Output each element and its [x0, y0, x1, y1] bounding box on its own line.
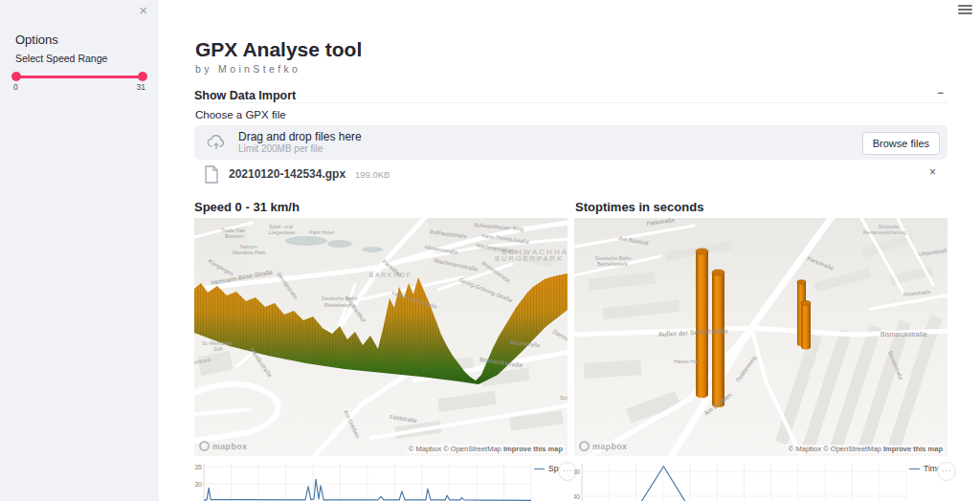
right-map-title: Stoptimes in seconds [575, 200, 703, 214]
slider-max-value: 31 [137, 82, 145, 92]
cloud-upload-icon [206, 132, 227, 157]
mapbox-logo[interactable]: mapbox [199, 441, 247, 451]
dropzone-title: Drag and drop files here [238, 130, 362, 143]
speed-line-chart: 3530 [194, 462, 534, 501]
svg-text:Deutsche Bahn: Deutsche Bahn [322, 295, 358, 301]
mapbox-logo[interactable]: mapbox [579, 441, 627, 451]
browse-files-button[interactable]: Browse files [862, 132, 940, 155]
dropzone-subtitle: Limit 200MB per file [238, 143, 323, 154]
legend-line-swatch [534, 468, 545, 469]
svg-text:Betriebswerk: Betriebswerk [597, 261, 628, 267]
speed-map-canvas[interactable]: BÜRGERPARKBARKHOFSCHWACHHAHermann-Böse-S… [194, 218, 568, 456]
svg-text:Hanse-Ha: Hanse-Ha [674, 359, 699, 364]
improve-map-link[interactable]: Improve this map [883, 445, 943, 453]
speed-range-label: Select Speed Range [15, 53, 107, 64]
collapse-icon[interactable]: − [937, 86, 944, 99]
svg-text:Rentenversicherung: Rentenversicherung [863, 229, 906, 235]
svg-text:40: 40 [574, 493, 580, 500]
sidebar-close-icon[interactable]: × [139, 2, 147, 18]
legend-line-swatch [909, 468, 920, 469]
improve-map-link[interactable]: Improve this map [503, 445, 563, 453]
svg-text:30: 30 [194, 481, 202, 488]
mapbox-logo-icon [199, 441, 210, 451]
svg-text:Liegewiese: Liegewiese [269, 229, 296, 235]
chart-actions-button[interactable]: ··· [937, 462, 956, 481]
expander-label: Show Data Import [194, 89, 296, 102]
file-size: 199.0KB [355, 169, 390, 180]
svg-text:50: 50 [574, 468, 580, 475]
svg-text:Bismarckstraße: Bismarckstraße [880, 331, 927, 338]
left-map-title: Speed 0 - 31 km/h [194, 200, 300, 214]
main-menu-icon[interactable] [958, 5, 972, 16]
svg-text:Bremen: Bremen [225, 233, 243, 239]
svg-text:Stift: Stift [213, 346, 223, 352]
slider-min-value: 0 [13, 82, 18, 92]
file-icon [204, 165, 219, 187]
stoptimes-map[interactable]: ParkstraßeAm BarkhofDeutsche BahnBetrieb… [574, 218, 947, 456]
stoptimes-map-canvas[interactable]: ParkstraßeAm BarkhofDeutsche BahnBetrieb… [574, 218, 947, 456]
svg-text:35: 35 [194, 464, 202, 470]
mapbox-logo-icon [579, 441, 590, 451]
uploaded-file-row: 20210120-142534.gpx 199.0KB × [194, 164, 947, 185]
mapbox-logo-text: mapbox [212, 442, 247, 451]
page-title: GPX Analyse tool [195, 38, 362, 61]
slider-thumb-max[interactable] [138, 72, 147, 81]
svg-text:Park Hotel: Park Hotel [309, 229, 334, 235]
time-line-chart: 5040 [574, 462, 909, 501]
byline: by MoinStefko [195, 63, 301, 75]
slider-values: 0 31 [13, 82, 145, 92]
svg-text:Betriebswerk: Betriebswerk [324, 302, 355, 308]
remove-file-icon[interactable]: × [929, 165, 936, 179]
map-attribution: © Mapbox © OpenStreetMap Improve this ma… [407, 445, 565, 453]
slider-track[interactable] [15, 76, 144, 78]
attribution-text: © Mapbox © OpenStreetMap [409, 445, 501, 453]
sidebar: × Options Select Speed Range 0 31 [0, 0, 159, 501]
uploader-label: Choose a GPX file [195, 109, 286, 120]
slider-thumb-min[interactable] [11, 72, 21, 81]
sidebar-title: Options [15, 33, 58, 47]
svg-text:Sch: Sch [560, 395, 568, 401]
svg-text:BARKHOF: BARKHOF [369, 272, 412, 278]
file-dropzone[interactable]: Drag and drop files here Limit 200MB per… [194, 125, 947, 160]
svg-text:Mandela-Park: Mandela-Park [233, 250, 265, 255]
speed-map[interactable]: BÜRGERPARKBARKHOFSCHWACHHAHermann-Böse-S… [194, 218, 568, 456]
attribution-text: © Mapbox © OpenStreetMap [789, 445, 881, 453]
speed-range-slider[interactable] [15, 72, 144, 81]
map-attribution: © Mapbox © OpenStreetMap Improve this ma… [787, 445, 945, 453]
file-name: 20210120-142534.gpx [229, 167, 345, 181]
mapbox-logo-text: mapbox [592, 442, 627, 451]
expander-show-data-import[interactable]: Show Data Import − [194, 86, 947, 103]
